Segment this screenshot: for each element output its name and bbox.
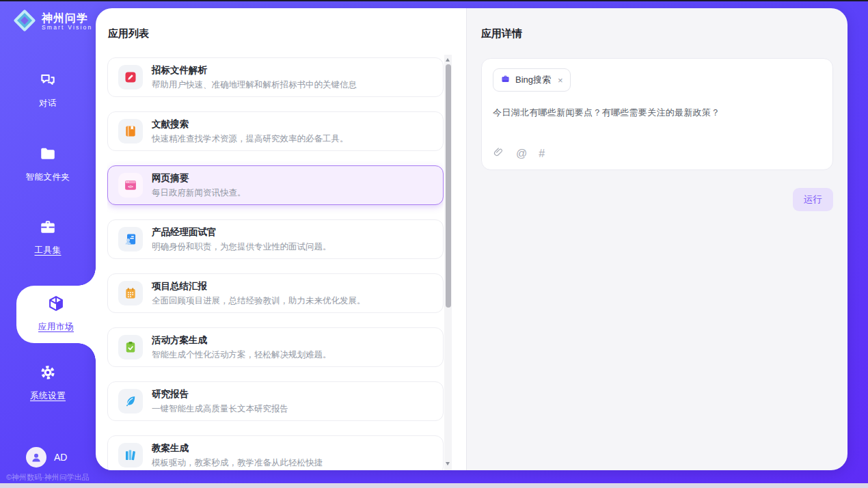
window-top-border xyxy=(0,0,868,1)
app-card-title: 教案生成 xyxy=(152,442,323,455)
scrollbar-down-arrow-icon[interactable] xyxy=(446,462,450,465)
app-card-title: 招标文件解析 xyxy=(152,64,357,77)
app-card-title: 活动方案生成 xyxy=(152,334,331,347)
app-card-description: 智能生成个性化活动方案，轻松解决规划难题。 xyxy=(152,349,331,361)
app-card[interactable]: 项目总结汇报 全面回顾项目进展，总结经验教训，助力未来优化发展。 xyxy=(107,273,444,313)
app-card-title: 网页摘要 xyxy=(152,172,246,185)
user-initials: AD xyxy=(54,452,67,463)
clipboard-icon xyxy=(118,335,143,360)
interview-icon xyxy=(118,227,143,252)
app-card[interactable]: 研究报告 一键智能生成高质量长文本研究报告 xyxy=(107,381,444,421)
briefcase-icon xyxy=(500,74,511,86)
edit-icon xyxy=(118,65,143,90)
app-card-title: 研究报告 xyxy=(152,388,288,401)
prompt-text[interactable]: 今日湖北有哪些新闻要点？有哪些需要关注的最新政策？ xyxy=(493,107,822,119)
copyright-text: ©神州数码·神州问学出品 xyxy=(6,472,90,483)
sidebar-item[interactable]: 对话 xyxy=(0,71,96,109)
composer-toolbar: @ # xyxy=(493,146,545,161)
at-mention-icon[interactable]: @ xyxy=(516,148,527,159)
cube-icon xyxy=(47,295,65,315)
paperclip-icon[interactable] xyxy=(493,146,504,161)
app-card-description: 全面回顾项目进展，总结经验教训，助力未来优化发展。 xyxy=(152,295,366,307)
sidebar-item[interactable]: 工具集 xyxy=(0,218,96,256)
gear-icon xyxy=(39,364,57,384)
app-card-title: 项目总结汇报 xyxy=(152,280,366,293)
folder-icon xyxy=(39,145,57,165)
svg-text:</>: </> xyxy=(128,185,133,189)
app-card[interactable]: 文献搜索 快速精准查找学术资源，提高研究效率的必备工具。 xyxy=(107,111,444,151)
app-card-description: 一键智能生成高质量长文本研究报告 xyxy=(152,403,288,415)
app-card[interactable]: </> 网页摘要 每日政府新闻资讯快查。 xyxy=(107,165,444,205)
app-card-description: 快速精准查找学术资源，提高研究效率的必备工具。 xyxy=(152,133,349,145)
book-icon xyxy=(118,119,143,144)
app-card-description: 模板驱动，教案秒成，教学准备从此轻松快捷 xyxy=(152,457,323,469)
scrollbar-up-arrow-icon[interactable] xyxy=(446,58,450,62)
books-icon xyxy=(118,443,143,467)
sidebar-item-label: 系统设置 xyxy=(30,390,66,402)
app-list-title: 应用列表 xyxy=(108,27,149,40)
app-card-description: 明确身份和职责，为您提供专业性的面试问题。 xyxy=(152,241,331,253)
app-window: 神州问学 Smart Vision 对话 智能文件夹 工具集 应用市场 xyxy=(0,0,868,488)
webpage-icon: </> xyxy=(118,173,143,198)
sidebar: 神州问学 Smart Vision 对话 智能文件夹 工具集 应用市场 xyxy=(0,0,96,488)
sidebar-item[interactable]: 智能文件夹 xyxy=(0,145,96,183)
research-icon xyxy=(118,389,143,414)
tool-chip-bing-search[interactable]: Bing搜索 × xyxy=(493,68,571,92)
app-card-description: 帮助用户快速、准确地理解和解析招标书中的关键信息 xyxy=(152,79,357,91)
app-card-title: 文献搜索 xyxy=(152,118,349,131)
app-card[interactable]: 教案生成 模板驱动，教案秒成，教学准备从此轻松快捷 xyxy=(107,435,444,470)
app-card-list: 招标文件解析 帮助用户快速、准确地理解和解析招标书中的关键信息 文献搜索 快速精… xyxy=(107,57,444,470)
app-card-description: 每日政府新闻资讯快查。 xyxy=(152,187,246,199)
app-card[interactable]: 招标文件解析 帮助用户快速、准确地理解和解析招标书中的关键信息 xyxy=(107,57,444,97)
sidebar-item-label: 工具集 xyxy=(35,245,62,256)
user-avatar xyxy=(26,447,46,467)
report-icon xyxy=(118,281,143,306)
scrollbar-thumb[interactable] xyxy=(446,64,451,308)
app-card[interactable]: 活动方案生成 智能生成个性化活动方案，轻松解决规划难题。 xyxy=(107,327,444,367)
sidebar-nav: 对话 智能文件夹 工具集 应用市场 系统设置 xyxy=(0,0,96,488)
app-list-panel: 应用列表 招标文件解析 帮助用户快速、准确地理解和解析招标书中的关键信息 文献搜… xyxy=(96,8,466,470)
sidebar-item[interactable]: 应用市场 xyxy=(16,286,96,343)
user-account[interactable]: AD xyxy=(26,447,67,467)
tool-chip-label: Bing搜索 xyxy=(515,74,551,86)
chat-icon xyxy=(39,71,57,92)
run-button[interactable]: 运行 xyxy=(793,188,833,211)
sidebar-item-label: 应用市场 xyxy=(38,321,74,333)
window-bottom-edge xyxy=(0,483,868,488)
app-detail-panel: 应用详情 Bing搜索 × 今日湖北有哪些新闻要点？有哪些需要关注的最新政策？ xyxy=(466,8,847,470)
list-scrollbar[interactable] xyxy=(444,55,452,470)
sidebar-item[interactable]: 系统设置 xyxy=(0,364,96,402)
sidebar-item-label: 对话 xyxy=(39,98,57,109)
prompt-compose-box[interactable]: Bing搜索 × 今日湖北有哪些新闻要点？有哪些需要关注的最新政策？ @ # xyxy=(481,58,833,170)
chip-close-icon[interactable]: × xyxy=(558,75,563,85)
toolbox-icon xyxy=(39,218,57,239)
app-card-title: 产品经理面试官 xyxy=(152,226,331,239)
app-card[interactable]: 产品经理面试官 明确身份和职责，为您提供专业性的面试问题。 xyxy=(107,219,444,259)
app-detail-title: 应用详情 xyxy=(481,27,833,40)
main-content: 应用列表 招标文件解析 帮助用户快速、准确地理解和解析招标书中的关键信息 文献搜… xyxy=(96,8,847,470)
sidebar-item-label: 智能文件夹 xyxy=(26,172,70,183)
hash-tag-icon[interactable]: # xyxy=(539,148,545,159)
